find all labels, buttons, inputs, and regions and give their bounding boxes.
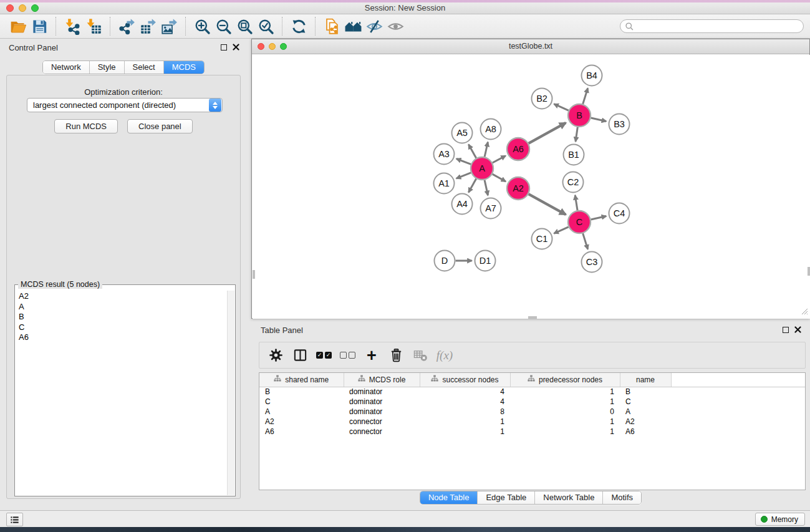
edge-A-A3[interactable] [456,159,471,165]
close-panel-button[interactable]: Close panel [127,119,193,133]
column-header-mcds-role[interactable]: MCDS role [344,373,420,387]
minimize-window-button[interactable] [19,4,26,12]
zoom-network-window-button[interactable] [280,43,287,50]
save-session-icon[interactable] [29,16,50,36]
window-resize-handle[interactable] [801,307,808,317]
table-cell[interactable]: 4 [420,387,510,397]
graph-node-B4[interactable]: B4 [582,65,602,86]
export-table-icon[interactable] [137,16,158,36]
optimization-criterion-dropdown[interactable]: largest connected component (directed) [27,98,223,112]
table-cell[interactable]: connector [344,427,420,437]
tab-motifs[interactable]: Motifs [602,491,641,504]
open-file-icon[interactable] [7,16,29,36]
edge-C-C2[interactable] [575,195,577,210]
edge-A2-C[interactable] [529,194,566,215]
table-cell[interactable]: 0 [510,407,620,417]
table-cell[interactable]: 1 [510,387,620,397]
home-layout-icon[interactable] [342,16,364,36]
result-scrollbar[interactable] [227,291,234,495]
column-header-name[interactable]: name [620,373,671,387]
float-table-panel-icon[interactable] [783,327,789,333]
graph-node-C[interactable]: C [568,211,591,233]
zoom-selected-icon[interactable] [255,16,276,36]
column-header-predecessor-nodes[interactable]: predecessor nodes [510,373,620,387]
export-network-icon[interactable] [116,16,137,36]
edge-C-C1[interactable] [554,227,568,233]
graph-node-C2[interactable]: C2 [563,172,584,193]
graph-node-A8[interactable]: A8 [481,119,501,140]
graph-node-A5[interactable]: A5 [452,123,473,143]
graph-node-B[interactable]: B [568,104,591,127]
zoom-window-button[interactable] [31,4,39,12]
table-cell[interactable]: 1 [420,427,510,437]
mcds-result-item[interactable]: C [16,322,226,333]
tab-network-table[interactable]: Network Table [534,491,602,504]
table-cell[interactable]: A6 [620,427,671,437]
graph-node-D1[interactable]: D1 [475,251,496,271]
import-table-icon[interactable] [83,16,104,36]
tab-edge-table[interactable]: Edge Table [477,491,534,504]
add-column-icon[interactable]: + [364,347,380,364]
edge-A-A8[interactable] [485,142,488,157]
clear-table-icon[interactable] [412,347,428,364]
column-header-successor-nodes[interactable]: successor nodes [420,373,510,387]
hide-graphics-details-icon[interactable] [364,16,385,36]
deselect-all-checkboxes-icon[interactable] [340,347,355,364]
edge-C-C4[interactable] [591,216,607,220]
refresh-view-icon[interactable] [288,16,309,36]
tab-node-table[interactable]: Node Table [420,491,478,504]
edge-A-A1[interactable] [456,173,471,178]
memory-button[interactable]: Memory [755,513,805,526]
close-panel-icon[interactable] [233,44,239,51]
zoom-fit-icon[interactable] [234,16,255,36]
float-panel-icon[interactable] [221,44,227,51]
table-cell[interactable]: 1 [510,397,620,407]
graph-node-A2[interactable]: A2 [507,177,529,200]
tab-select[interactable]: Select [124,61,163,74]
graph-node-B2[interactable]: B2 [532,89,552,109]
graph-node-A3[interactable]: A3 [434,144,455,165]
close-network-window-button[interactable] [258,43,264,50]
mcds-result-item[interactable]: A6 [16,332,226,343]
graph-node-D[interactable]: D [435,251,455,271]
table-cell[interactable]: dominator [344,397,420,407]
edge-B-B3[interactable] [591,118,607,121]
table-row[interactable]: A2connector11A2 [259,417,805,427]
table-cell[interactable]: 4 [420,397,510,407]
show-graphics-details-icon[interactable] [385,16,406,36]
import-network-icon[interactable] [62,16,83,36]
edge-C-C3[interactable] [583,233,588,249]
table-cell[interactable]: 1 [420,417,510,427]
edge-A-A2[interactable] [493,174,506,181]
edge-A-A5[interactable] [468,145,476,158]
duplicate-network-icon[interactable] [321,16,342,36]
mcds-result-item[interactable]: A2 [16,291,226,302]
graph-node-C3[interactable]: C3 [582,252,602,273]
edge-B-B2[interactable] [554,104,568,110]
tab-network[interactable]: Network [43,61,89,74]
table-cell[interactable]: A6 [259,427,344,437]
close-window-button[interactable] [6,4,14,12]
tab-style[interactable]: Style [89,61,124,74]
tab-mcds[interactable]: MCDS [163,61,204,74]
graph-node-B1[interactable]: B1 [564,145,584,165]
graph-node-C1[interactable]: C1 [532,229,552,249]
table-cell[interactable]: dominator [344,407,420,417]
zoom-in-icon[interactable] [191,16,213,36]
edge-A-A6[interactable] [493,156,506,163]
table-cell[interactable]: A [620,407,671,417]
mcds-result-item[interactable]: B [16,312,226,322]
edge-B-B4[interactable] [583,88,588,104]
table-cell[interactable]: B [259,387,344,397]
table-row[interactable]: Bdominator41B [259,387,805,397]
zoom-out-icon[interactable] [213,16,234,36]
mcds-result-item[interactable]: A [16,302,226,312]
table-cell[interactable]: dominator [344,387,420,397]
edge-B-B1[interactable] [576,127,577,142]
edge-A-A4[interactable] [468,179,476,193]
table-cell[interactable]: A2 [259,417,344,427]
table-cell[interactable]: A2 [620,417,671,427]
v-scroll-stub[interactable] [808,267,810,276]
export-image-icon[interactable] [158,16,180,36]
table-row[interactable]: Adominator80A [259,407,805,417]
